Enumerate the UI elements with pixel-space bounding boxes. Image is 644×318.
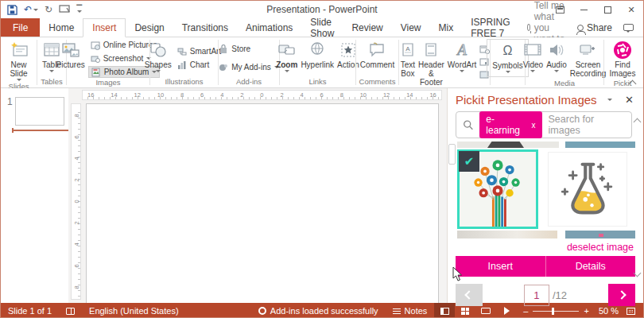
zoom-button[interactable]: Zoom (274, 39, 299, 77)
tab-bar-right: Share (577, 18, 643, 37)
normal-view-icon (440, 308, 449, 315)
zoom-slider-thumb[interactable] (552, 308, 554, 315)
shapes-button[interactable]: Shapes (143, 39, 173, 77)
title-bar: ↶ ↻ ▔ Presentation - PowerPoint ✕ (1, 1, 643, 18)
zoom-level-label: 50 % (599, 306, 619, 316)
chart-label: Chart (190, 60, 209, 69)
zoom-slider[interactable] (533, 311, 579, 312)
image-result-flask[interactable] (548, 152, 627, 227)
chevron-down-icon (634, 270, 642, 277)
collapse-ribbon-button[interactable] (630, 80, 637, 84)
ribbon-group-addins: Store My Add-ins Add-ins (219, 37, 279, 87)
pane-options-dropdown-icon[interactable] (607, 99, 612, 101)
share-button[interactable]: Share (577, 22, 612, 33)
next-page-button[interactable] (608, 284, 635, 306)
new-slide-icon (10, 40, 29, 60)
hyperlink-button[interactable]: Hyperlink (299, 39, 336, 77)
header-footer-button[interactable]: Header & Footer (417, 39, 446, 87)
notes-icon (393, 308, 401, 314)
addins-status[interactable]: Add-ins loaded successfully (251, 303, 386, 318)
screen-recording-button[interactable]: Screen Recording (568, 39, 608, 79)
image-results: ✔ (456, 142, 635, 238)
addins-status-label: Add-ins loaded successfully (270, 306, 378, 316)
zoom-in-button[interactable]: + (584, 306, 588, 316)
comments-pane-icon[interactable] (623, 24, 634, 31)
tag-remove-icon[interactable]: x (532, 121, 536, 130)
slide-editor: 1614121086420246810121416 864202468 (68, 88, 447, 303)
slide-number: 1 (7, 96, 13, 107)
tab-review[interactable]: Review (343, 18, 391, 37)
ribbon-group-symbols: Ω Symbols (491, 37, 525, 87)
mouse-cursor (452, 266, 464, 282)
tab-mix[interactable]: Mix (430, 18, 463, 37)
slide-count[interactable]: Slide 1 of 1 (1, 303, 59, 318)
slide-sorter-icon (461, 308, 469, 315)
ruler-tick-label: 2 (280, 91, 283, 99)
image-result-selected[interactable]: ✔ (457, 149, 538, 229)
notes-button[interactable]: Notes (386, 303, 435, 318)
details-button[interactable]: Details (545, 256, 636, 277)
horizontal-ruler[interactable]: 1614121086420246810121416 (82, 90, 442, 100)
ruler-tick-label: 6 (72, 134, 80, 142)
comment-button[interactable]: Comment (359, 39, 396, 77)
group-label-comments: Comments (356, 77, 398, 87)
tell-me-box[interactable]: Tell me what you want to do (519, 18, 577, 37)
deselect-image-link[interactable]: deselect image (456, 242, 635, 253)
tab-transitions[interactable]: Transitions (173, 18, 237, 37)
tab-slide-show[interactable]: Slide Show (301, 18, 343, 37)
tab-view[interactable]: View (392, 18, 430, 37)
audio-dropdown-icon (554, 70, 559, 72)
shapes-label: Shapes (145, 60, 172, 69)
search-placeholder: Search for images (549, 114, 626, 136)
language-button[interactable]: English (United States) (82, 303, 186, 318)
zoom-out-button[interactable]: – (523, 306, 528, 316)
normal-view-button[interactable] (434, 303, 455, 318)
image-result-partial[interactable] (457, 142, 559, 148)
page-number-input[interactable]: 1 (524, 285, 549, 306)
tab-animations[interactable]: Animations (237, 18, 301, 37)
ruler-tick-label: 2 (240, 91, 243, 99)
flask-image (549, 153, 627, 226)
ruler-tick-label: 12 (134, 91, 141, 99)
video-button[interactable]: Video (522, 39, 545, 79)
slide-thumbnail[interactable] (15, 97, 64, 126)
ribbon-group-comments: Comment Comments (356, 37, 398, 87)
image-result-partial[interactable] (565, 142, 635, 148)
spellcheck-button[interactable] (59, 303, 82, 318)
tab-file[interactable]: File (1, 18, 40, 37)
vertical-ruler[interactable]: 864202468 (71, 103, 81, 300)
search-tag-e-learning[interactable]: e-learning x (479, 111, 541, 138)
wordart-button[interactable]: A WordArt (446, 39, 479, 87)
pane-scroll-down-button[interactable] (634, 265, 640, 279)
find-images-button[interactable]: Find Images (604, 39, 641, 79)
window-title: Presentation - PowerPoint (1, 4, 643, 15)
tab-home[interactable]: Home (40, 18, 83, 37)
ruler-tick-label: 6 (200, 91, 204, 99)
store-button[interactable]: Store (216, 43, 281, 55)
chart-icon (177, 60, 187, 70)
pictures-button[interactable]: Pictures (55, 39, 87, 78)
image-search-box[interactable]: e-learning x Search for images (456, 111, 632, 138)
pane-scrollbar-thumb[interactable] (448, 144, 456, 165)
pane-close-icon[interactable]: ✕ (625, 94, 634, 106)
insert-image-button[interactable]: Insert (456, 256, 545, 277)
pane-scroll-up-button[interactable] (634, 114, 640, 128)
table-dropdown-icon (49, 70, 54, 72)
ruler-tick-label: 16 (429, 91, 436, 99)
image-result-partial[interactable] (457, 231, 557, 238)
text-box-button[interactable]: A Text Box (399, 39, 417, 87)
tab-design[interactable]: Design (126, 18, 173, 37)
new-slide-button[interactable]: New Slide (1, 39, 37, 82)
slide-selection-indicator (12, 130, 72, 131)
previous-page-button[interactable] (456, 284, 483, 306)
image-result-partial[interactable] (565, 231, 635, 238)
my-addins-button[interactable]: My Add-ins (216, 61, 281, 73)
smartart-icon (177, 47, 187, 56)
pickit-task-pane: Pickit Presentation Images ✕ e-learning … (447, 88, 643, 303)
image-selected-check-icon[interactable]: ✔ (459, 151, 479, 172)
tab-ispring-free-7[interactable]: ISPRING FREE 7 (462, 18, 518, 37)
audio-button[interactable]: Audio (545, 39, 568, 79)
comment-icon (368, 40, 386, 60)
tab-insert[interactable]: Insert (83, 18, 126, 37)
slide-canvas[interactable] (86, 103, 439, 303)
